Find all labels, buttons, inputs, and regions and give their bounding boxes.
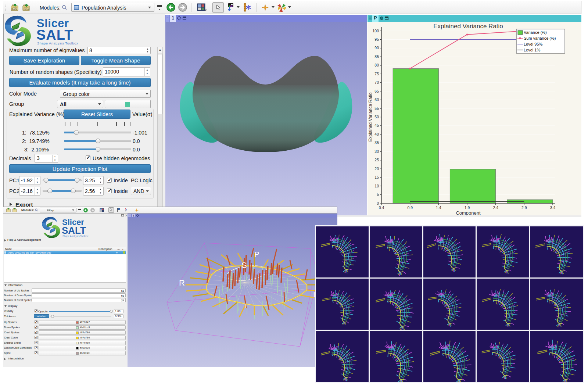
svg-text:30: 30 [374, 149, 379, 154]
svg-text:15: 15 [374, 175, 379, 179]
svg-text:40: 40 [374, 132, 379, 136]
svg-text:DATA: DATA [24, 8, 29, 10]
svg-text:0.9: 0.9 [407, 205, 413, 210]
svg-text:Level 95%: Level 95% [524, 42, 543, 46]
svg-text:20: 20 [374, 166, 379, 171]
svg-text:80: 80 [374, 63, 379, 67]
svg-text:10: 10 [374, 184, 379, 188]
svg-text:0: 0 [377, 201, 379, 205]
svg-text:3.4: 3.4 [550, 205, 556, 210]
svg-text:90: 90 [374, 46, 379, 50]
svg-text:100: 100 [372, 29, 379, 33]
svg-text:60: 60 [374, 97, 379, 102]
svg-text:Variance (%): Variance (%) [524, 30, 547, 35]
svg-text:DATA: DATA [12, 8, 17, 10]
svg-text:45: 45 [374, 123, 379, 128]
svg-text:Explained Variance Ratio: Explained Variance Ratio [368, 92, 373, 141]
svg-text:P: P [254, 250, 259, 258]
svg-text:85: 85 [374, 54, 379, 59]
svg-text:2.4: 2.4 [493, 205, 498, 210]
svg-text:5: 5 [377, 192, 379, 197]
svg-text:75: 75 [374, 72, 379, 76]
svg-text:1.9: 1.9 [465, 205, 470, 210]
svg-text:25: 25 [374, 158, 379, 162]
svg-text:Component: Component [456, 210, 481, 215]
svg-text:Explained Variance Ratio: Explained Variance Ratio [433, 23, 503, 30]
svg-text:35: 35 [374, 140, 379, 145]
svg-text:S: S [241, 261, 247, 270]
svg-text:50: 50 [374, 115, 379, 119]
svg-text:Level 1%: Level 1% [524, 48, 540, 52]
svg-text:65: 65 [374, 89, 379, 93]
svg-text:1.4: 1.4 [436, 205, 441, 210]
svg-text:R: R [179, 278, 185, 287]
svg-text:Sum variance (%): Sum variance (%) [524, 36, 556, 40]
svg-text:70: 70 [374, 80, 379, 85]
svg-text:55: 55 [374, 106, 379, 111]
svg-text:I: I [244, 302, 246, 310]
svg-text:0.4: 0.4 [379, 205, 384, 210]
svg-text:95: 95 [374, 37, 379, 42]
svg-text:2.9: 2.9 [521, 205, 527, 210]
